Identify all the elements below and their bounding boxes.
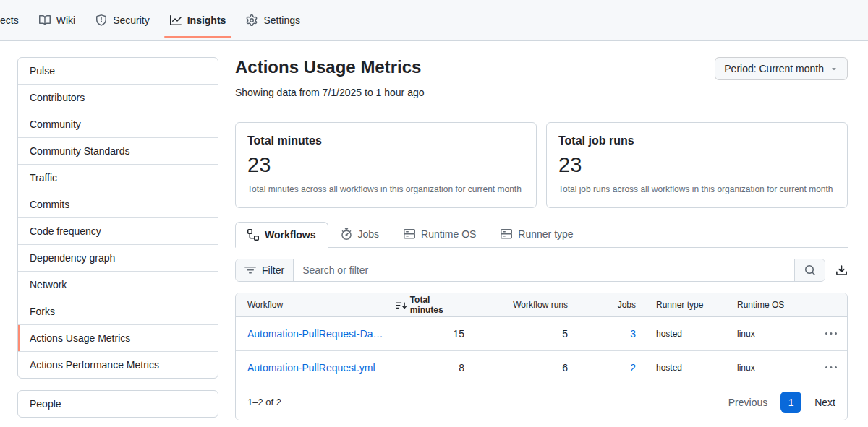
page-header: Actions Usage Metrics Period: Current mo…	[235, 57, 848, 111]
metric-description: Total minutes across all workflows in th…	[247, 183, 524, 196]
sidebar-item-community-standards[interactable]: Community Standards	[18, 137, 218, 164]
tab-security[interactable]: Security	[90, 0, 156, 40]
workflow-cell: Automation-PullRequest-Da…	[247, 328, 396, 340]
kebab-horizontal-icon	[825, 328, 837, 340]
sidebar-item-contributors[interactable]: Contributors	[18, 84, 218, 111]
jobs-link[interactable]: 2	[630, 362, 636, 374]
table-row: Automation-PullRequest-Da… 15 5 3 hosted…	[236, 317, 847, 350]
metric-title: Total job runs	[558, 134, 835, 147]
sidebar-item-dependency-graph[interactable]: Dependency graph	[18, 244, 218, 271]
search-icon	[804, 264, 816, 276]
total-job-runs-card: Total job runs 23 Total job runs across …	[546, 122, 848, 208]
sidebar-item-network[interactable]: Network	[18, 271, 218, 298]
page-body: Pulse Contributors Community Community S…	[0, 41, 868, 420]
row-actions-button[interactable]	[824, 327, 838, 341]
filter-icon	[244, 264, 256, 276]
runtime-os-cell: linux	[737, 363, 824, 373]
page-1-button[interactable]: 1	[780, 392, 801, 413]
tab-workflows[interactable]: Workflows	[235, 222, 328, 248]
workflow-runs-cell: 6	[464, 362, 568, 374]
download-button[interactable]	[835, 264, 848, 277]
book-icon	[39, 14, 51, 26]
column-header-jobs[interactable]: Jobs	[568, 300, 636, 310]
sidebar-item-actions-performance-metrics[interactable]: Actions Performance Metrics	[18, 351, 218, 378]
total-minutes-cell: 8	[396, 362, 464, 374]
tab-settings[interactable]: Settings	[240, 0, 306, 40]
pagination: Previous 1 Next	[728, 392, 835, 413]
search-input[interactable]	[294, 259, 794, 281]
runner-type-cell: hosted	[636, 363, 737, 373]
main-content: Actions Usage Metrics Period: Current mo…	[235, 57, 848, 420]
search-filter-group: Filter	[235, 259, 825, 282]
row-actions-button[interactable]	[824, 361, 838, 375]
column-header-runtime-os[interactable]: Runtime OS	[737, 300, 824, 310]
metric-cards: Total minutes 23 Total minutes across al…	[235, 122, 848, 208]
sidebar-item-pulse[interactable]: Pulse	[18, 58, 218, 84]
table-footer: 1–2 of 2 Previous 1 Next	[236, 384, 847, 420]
metric-value: 23	[558, 153, 835, 177]
stopwatch-icon	[341, 228, 352, 240]
page-title: Actions Usage Metrics	[235, 57, 421, 77]
tab-label: Runner type	[518, 228, 573, 240]
sidebar-item-forks[interactable]: Forks	[18, 298, 218, 324]
next-page-button[interactable]: Next	[814, 397, 835, 408]
filter-button[interactable]: Filter	[236, 259, 294, 281]
gear-icon	[246, 14, 258, 26]
workflow-link[interactable]: Automation-PullRequest.yml	[247, 362, 375, 374]
filter-row: Filter	[235, 259, 848, 282]
tab-insights[interactable]: Insights	[164, 0, 232, 40]
metric-title: Total minutes	[247, 134, 524, 147]
shield-icon	[95, 14, 107, 26]
people-nav-card: People	[17, 390, 218, 418]
date-range-subtitle: Showing data from 7/1/2025 to 1 hour ago	[235, 87, 848, 98]
workflows-table: Workflow Total minutes Workflow runs Job…	[235, 293, 848, 420]
sidebar-item-code-frequency[interactable]: Code frequency	[18, 217, 218, 244]
column-header-runner-type[interactable]: Runner type	[636, 300, 737, 310]
repo-tab-nav: ects Wiki Security Insights Settings	[0, 0, 868, 41]
insights-nav-card: Pulse Contributors Community Community S…	[17, 57, 218, 379]
server-icon	[404, 228, 415, 240]
tab-label: Settings	[263, 14, 300, 26]
tab-label: Jobs	[358, 228, 380, 240]
metric-description: Total job runs across all workflows in t…	[558, 183, 835, 196]
download-icon	[835, 264, 848, 277]
column-header-workflow-runs[interactable]: Workflow runs	[464, 300, 568, 310]
period-dropdown-button[interactable]: Period: Current month	[715, 57, 848, 80]
sidebar-item-commits[interactable]: Commits	[18, 191, 218, 217]
column-header-total-minutes[interactable]: Total minutes	[396, 295, 464, 315]
total-minutes-cell: 15	[396, 328, 464, 340]
tab-runner-type[interactable]: Runner type	[488, 221, 585, 247]
tab-runtime-os[interactable]: Runtime OS	[391, 221, 488, 247]
column-header-workflow[interactable]: Workflow	[247, 300, 396, 310]
tab-jobs[interactable]: Jobs	[328, 221, 392, 247]
tab-projects-partial[interactable]: ects	[0, 0, 25, 40]
previous-page-button[interactable]: Previous	[728, 397, 767, 408]
kebab-horizontal-icon	[825, 362, 837, 374]
tab-label: Security	[113, 14, 150, 26]
total-minutes-card: Total minutes 23 Total minutes across al…	[235, 122, 537, 208]
workflow-link[interactable]: Automation-PullRequest-Da…	[247, 328, 383, 340]
metric-value: 23	[247, 153, 524, 177]
sidebar-item-traffic[interactable]: Traffic	[18, 164, 218, 191]
period-label: Period: Current month	[724, 63, 824, 74]
sidebar-item-community[interactable]: Community	[18, 111, 218, 137]
sidebar-item-actions-usage-metrics[interactable]: Actions Usage Metrics	[18, 324, 218, 351]
workflow-icon	[247, 229, 259, 241]
search-button[interactable]	[794, 259, 825, 281]
pagination-range: 1–2 of 2	[247, 397, 281, 407]
jobs-link[interactable]: 3	[630, 328, 636, 340]
tab-wiki[interactable]: Wiki	[33, 0, 81, 40]
tab-label: Wiki	[56, 14, 75, 26]
graph-icon	[170, 14, 182, 26]
tab-label: ects	[0, 14, 19, 26]
insights-sidebar: Pulse Contributors Community Community S…	[17, 57, 218, 420]
workflow-runs-cell: 5	[464, 328, 568, 340]
column-header-label: Total minutes	[410, 295, 464, 315]
runner-type-cell: hosted	[636, 329, 737, 339]
tab-label: Insights	[187, 14, 226, 26]
metrics-tab-bar: Workflows Jobs Runtime OS Runner type	[235, 221, 848, 248]
sidebar-item-people[interactable]: People	[18, 391, 218, 417]
sort-descending-icon	[396, 300, 407, 311]
jobs-cell: 2	[568, 362, 636, 374]
tab-label: Workflows	[265, 229, 316, 241]
